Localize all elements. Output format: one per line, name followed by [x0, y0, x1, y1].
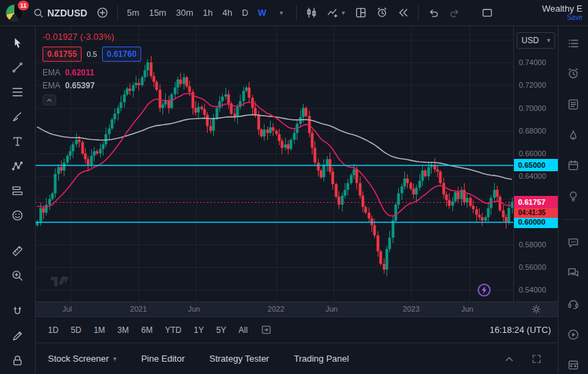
drawing-mode-button[interactable] — [6, 326, 29, 345]
position-tool-button[interactable] — [6, 181, 29, 200]
save-layout-button[interactable]: Save — [567, 14, 583, 21]
published-idea-marker[interactable] — [478, 284, 491, 297]
ema-label: EMA — [42, 81, 60, 90]
symbol-search-button[interactable]: NZDUSD — [29, 3, 91, 23]
support-button[interactable] — [563, 295, 584, 313]
level-price-badge: 0.65000 — [514, 159, 558, 171]
news-button[interactable] — [563, 95, 584, 114]
goto-date-button[interactable] — [257, 322, 275, 338]
interval-30m[interactable]: 30m — [172, 3, 197, 23]
open-panel-button[interactable] — [500, 351, 518, 367]
xabcd-pattern-icon — [11, 160, 24, 173]
chat-button[interactable] — [563, 234, 584, 252]
text-tool-icon — [11, 135, 24, 148]
text-tool-button[interactable] — [6, 132, 29, 151]
fib-retracement-tool-button[interactable] — [6, 82, 29, 101]
ideas-icon — [567, 190, 580, 203]
currency-select[interactable]: USD ▾ — [517, 32, 555, 49]
screenshot-button[interactable] — [477, 3, 498, 23]
range-1d[interactable]: 1D — [42, 323, 64, 338]
range-ytd[interactable]: YTD — [160, 323, 187, 338]
alerts-button[interactable] — [563, 65, 584, 84]
events-button[interactable] — [563, 356, 584, 374]
interval-1d[interactable]: D — [238, 3, 252, 23]
tutorials-icon — [567, 328, 580, 341]
ideas-button[interactable] — [563, 187, 584, 205]
price-tick-label: 0.58000 — [519, 240, 546, 249]
trading-app-window: 11 NZDUSD 5m 15m 30m 1h 4h D W ▾ ▾ — [0, 0, 588, 374]
cursor-tool-button[interactable] — [6, 33, 29, 52]
interval-4h[interactable]: 4h — [218, 3, 236, 23]
collapse-legend-button[interactable] — [42, 95, 56, 105]
layout-name: Wealthy E — [542, 4, 583, 14]
interval-1w[interactable]: W — [254, 3, 270, 23]
range-5y[interactable]: 5Y — [210, 323, 232, 338]
price-tick-label: 0.74000 — [519, 58, 546, 66]
measure-tool-button[interactable] — [6, 241, 29, 260]
hotlists-button[interactable] — [563, 126, 584, 145]
bar-countdown-badge: 04:41:35 — [514, 208, 558, 218]
chart-pane: -0.01927 (-3.03%) 0.61755 0.5 0.61760 EM… — [36, 26, 558, 374]
layout-name-menu[interactable]: Wealthy E Save — [542, 4, 584, 21]
tab-pine-editor[interactable]: Pine Editor — [141, 353, 185, 364]
emoji-tool-button[interactable] — [6, 205, 29, 225]
interval-menu-button[interactable]: ▾ — [272, 3, 291, 23]
brush-tool-button[interactable] — [6, 107, 29, 126]
maximize-panel-button[interactable] — [528, 351, 546, 367]
chart-style-button[interactable] — [302, 3, 321, 23]
calendar-button[interactable] — [563, 157, 584, 175]
chevron-up-icon — [505, 356, 513, 362]
range-5d[interactable]: 5D — [65, 323, 86, 338]
widget-sidebar — [558, 26, 588, 374]
range-3m[interactable]: 3M — [112, 323, 134, 338]
compare-button[interactable] — [93, 3, 112, 23]
indicators-button[interactable]: ▾ — [323, 3, 350, 23]
sidebar-divider — [564, 219, 583, 220]
undo-icon — [428, 7, 439, 18]
time-axis[interactable]: Jul2021Jun2022Jun2023Jun — [36, 301, 558, 316]
range-all[interactable]: All — [233, 323, 253, 338]
gear-icon[interactable] — [531, 304, 541, 314]
position-tool-icon — [11, 184, 24, 197]
interval-15m[interactable]: 15m — [145, 3, 170, 23]
interval-5m[interactable]: 5m — [123, 3, 143, 23]
tab-strategy-tester[interactable]: Strategy Tester — [210, 353, 269, 364]
magnet-icon — [11, 305, 24, 318]
price-tick-label: 0.54000 — [519, 286, 546, 294]
zoom-in-tool-button[interactable] — [6, 266, 29, 285]
xabcd-pattern-tool-button[interactable] — [6, 156, 29, 175]
toolbar-separator — [296, 5, 297, 21]
time-tick-label: 2023 — [403, 305, 419, 313]
tab-label: Trading Panel — [294, 353, 349, 364]
trend-line-tool-button[interactable] — [6, 58, 29, 77]
interval-1h[interactable]: 1h — [199, 3, 217, 23]
magnet-mode-button[interactable] — [6, 301, 29, 321]
redo-button[interactable] — [445, 3, 465, 23]
chevron-down-icon: ▾ — [342, 10, 345, 16]
community-chat-button[interactable] — [563, 264, 584, 282]
tab-stock-screener[interactable]: Stock Screener ▾ — [48, 353, 117, 364]
bid-price-box[interactable]: 0.61755 — [42, 47, 82, 62]
tab-trading-panel[interactable]: Trading Panel — [294, 353, 349, 364]
cursor-icon — [11, 36, 24, 49]
range-6m[interactable]: 6M — [136, 323, 158, 338]
user-menu-button[interactable]: 11 — [4, 3, 27, 23]
create-alert-button[interactable] — [372, 3, 392, 23]
range-1y[interactable]: 1Y — [188, 323, 210, 338]
lock-drawings-button[interactable] — [6, 351, 29, 370]
bid-ask-row: 0.61755 0.5 0.61760 — [42, 47, 141, 62]
maximize-icon — [532, 354, 541, 364]
range-1m[interactable]: 1M — [88, 323, 111, 338]
trend-line-icon — [11, 61, 24, 74]
watchlist-button[interactable] — [563, 34, 584, 53]
price-tick-label: 0.70000 — [519, 104, 546, 112]
chevron-down-icon: ▾ — [547, 37, 550, 44]
replay-button[interactable] — [393, 3, 413, 23]
layout-button[interactable] — [351, 3, 371, 23]
session-clock[interactable]: 16:18:24 (UTC) — [489, 325, 551, 335]
tutorials-button[interactable] — [563, 325, 584, 344]
fib-retracement-icon — [11, 86, 24, 99]
price-tick-label: 0.66000 — [519, 149, 546, 158]
ask-price-box[interactable]: 0.61760 — [102, 47, 141, 62]
undo-button[interactable] — [424, 3, 443, 23]
